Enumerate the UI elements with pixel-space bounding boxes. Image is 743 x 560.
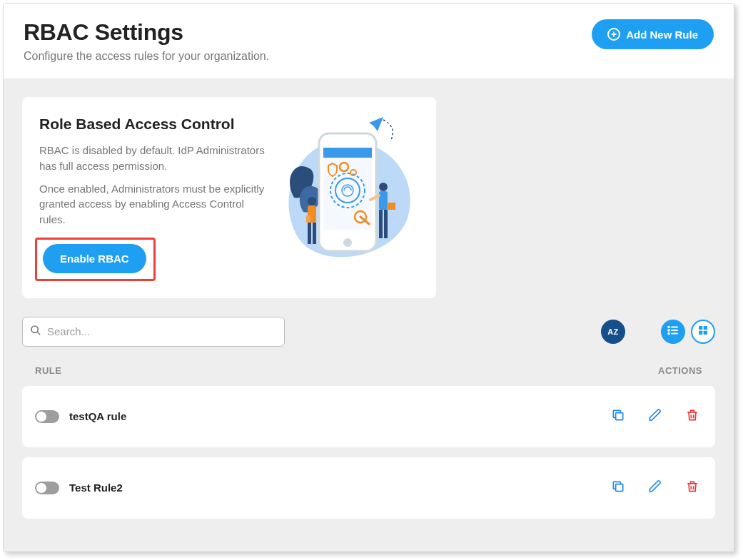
list-icon (667, 324, 679, 340)
grid-icon (697, 325, 709, 339)
delete-rule-button[interactable] (682, 477, 702, 499)
svg-line-20 (37, 332, 40, 335)
rule-name: testQA rule (69, 410, 126, 422)
enable-rbac-button[interactable]: Enable RBAC (43, 244, 146, 273)
svg-rect-31 (616, 413, 623, 420)
card-title: Role Based Access Control (39, 116, 268, 133)
copy-rule-button[interactable] (608, 477, 628, 499)
column-header-actions: ACTIONS (658, 365, 702, 376)
svg-point-14 (379, 183, 388, 191)
toolbar: AZ (22, 317, 715, 347)
rule-name: Test Rule2 (69, 482, 123, 494)
copy-icon (611, 408, 625, 424)
edit-rule-button[interactable] (645, 477, 665, 499)
svg-rect-28 (704, 326, 707, 330)
svg-rect-27 (699, 326, 702, 330)
trash-icon (685, 479, 699, 496)
rbac-card: Role Based Access Control RBAC is disabl… (22, 97, 436, 298)
svg-point-3 (343, 238, 352, 247)
rules-table: RULE ACTIONS testQA rule (22, 365, 715, 519)
svg-rect-15 (379, 191, 388, 210)
svg-rect-12 (313, 223, 316, 244)
copy-icon (611, 479, 625, 496)
page-subtitle: Configure the access rules for your orga… (24, 50, 269, 63)
delete-rule-button[interactable] (682, 405, 702, 427)
search-box[interactable] (22, 317, 285, 347)
svg-point-21 (668, 326, 669, 327)
svg-rect-30 (704, 330, 707, 334)
enable-highlight-box: Enable RBAC (35, 238, 156, 281)
sort-az-button[interactable]: AZ (601, 320, 625, 344)
svg-point-19 (31, 326, 38, 332)
trash-icon (685, 408, 699, 424)
svg-point-23 (668, 330, 669, 331)
search-input[interactable] (47, 325, 277, 337)
rule-toggle[interactable] (35, 410, 59, 423)
svg-rect-16 (379, 210, 383, 238)
page-title: RBAC Settings (24, 19, 269, 46)
rule-toggle[interactable] (35, 482, 59, 494)
table-row: Test Rule2 (22, 457, 715, 519)
svg-rect-2 (323, 148, 372, 158)
card-desc-2: Once enabled, Administrators must be exp… (39, 181, 268, 228)
search-icon (30, 325, 41, 339)
svg-rect-17 (384, 210, 388, 238)
pencil-icon (648, 408, 662, 424)
grid-view-button[interactable] (691, 320, 715, 344)
rbac-illustration (276, 116, 419, 273)
edit-rule-button[interactable] (645, 405, 665, 427)
table-row: testQA rule (22, 386, 715, 447)
svg-rect-32 (616, 484, 623, 492)
pencil-icon (648, 479, 662, 496)
add-new-rule-label: Add New Rule (626, 29, 698, 41)
svg-point-9 (308, 197, 316, 205)
svg-rect-11 (308, 223, 311, 244)
add-new-rule-button[interactable]: + Add New Rule (592, 19, 714, 49)
list-view-button[interactable] (661, 320, 685, 344)
copy-rule-button[interactable] (608, 405, 628, 427)
plus-circle-icon: + (607, 28, 620, 41)
svg-rect-29 (699, 330, 702, 334)
svg-point-25 (668, 332, 669, 334)
card-desc-1: RBAC is disabled by default. IdP Adminis… (39, 143, 268, 174)
svg-rect-18 (387, 203, 395, 210)
svg-rect-13 (306, 215, 310, 223)
column-header-rule: RULE (35, 365, 61, 376)
page-header: RBAC Settings Configure the access rules… (4, 4, 734, 78)
